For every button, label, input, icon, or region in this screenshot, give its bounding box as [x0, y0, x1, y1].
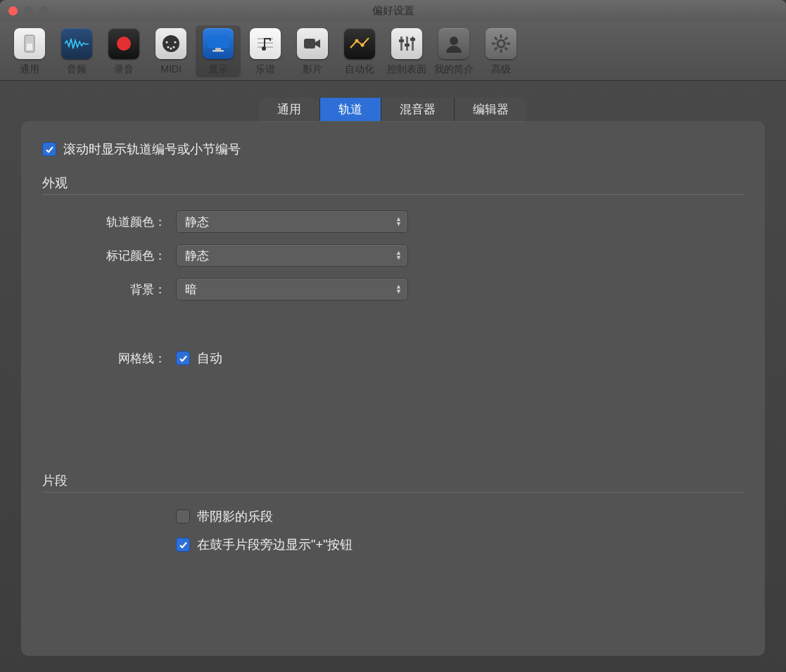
- toolbar-item-score[interactable]: 乐谱: [243, 25, 288, 77]
- toolbar-item-label: MIDI: [160, 63, 182, 75]
- svg-rect-19: [400, 37, 402, 51]
- window-title: 偏好设置: [0, 4, 786, 18]
- svg-line-34: [505, 37, 508, 40]
- gear-icon: [486, 28, 516, 59]
- toolbar-item-advanced[interactable]: 高级: [478, 25, 524, 77]
- chevron-up-down-icon: ▲▼: [395, 217, 402, 227]
- toolbar-item-profile[interactable]: 我的简介: [431, 25, 476, 77]
- tab-general[interactable]: 通用: [259, 98, 320, 121]
- preferences-window: 偏好设置 通用 音频 录音 MIDI: [0, 0, 786, 672]
- toolbar-item-label: 影片: [303, 63, 322, 76]
- scroll-shows-number-checkbox[interactable]: [42, 142, 56, 156]
- switch-icon: [14, 28, 45, 59]
- svg-point-17: [355, 39, 359, 43]
- svg-point-25: [450, 37, 458, 45]
- toolbar-item-display[interactable]: 显示: [196, 25, 241, 77]
- monitor-icon: [203, 28, 234, 59]
- svg-point-15: [262, 46, 266, 51]
- toolbar-item-surface[interactable]: 控制表面: [384, 25, 429, 77]
- waveform-icon: [61, 28, 92, 59]
- segment-section-title: 片段: [42, 472, 744, 489]
- automation-curve-icon: [344, 28, 375, 59]
- svg-rect-9: [208, 35, 229, 48]
- divider: [42, 194, 744, 195]
- toolbar-item-label: 录音: [114, 63, 134, 76]
- toolbar-item-midi[interactable]: MIDI: [148, 25, 194, 77]
- toolbar-item-video[interactable]: 影片: [290, 25, 335, 77]
- svg-point-7: [172, 46, 175, 48]
- shadowed-regions-label: 带阴影的乐段: [197, 508, 273, 525]
- svg-rect-23: [405, 44, 410, 46]
- svg-rect-22: [399, 39, 404, 42]
- track-color-select[interactable]: 静态 ▲▼: [176, 210, 408, 233]
- tab-mixer[interactable]: 混音器: [381, 98, 455, 121]
- toolbar-item-label: 音频: [67, 63, 87, 76]
- tracks-panel: 滚动时显示轨道编号或小节编号 外观 轨道颜色： 静态 ▲▼ 标记颜色： 静态 ▲…: [21, 121, 765, 656]
- titlebar: 偏好设置: [0, 0, 786, 21]
- svg-point-5: [174, 41, 176, 43]
- tab-tracks[interactable]: 轨道: [320, 98, 381, 121]
- svg-point-4: [165, 41, 167, 43]
- svg-rect-10: [215, 48, 221, 50]
- drummer-plus-checkbox[interactable]: [176, 538, 190, 552]
- appearance-section-title: 外观: [42, 175, 744, 191]
- toolbar-item-label: 高级: [491, 63, 511, 76]
- minimize-window-button[interactable]: [24, 6, 33, 15]
- toolbar-item-label: 显示: [208, 63, 228, 76]
- traffic-lights: [0, 6, 49, 15]
- close-window-button[interactable]: [8, 6, 18, 15]
- shadowed-regions-checkbox[interactable]: [176, 509, 190, 524]
- chevron-up-down-icon: ▲▼: [395, 251, 402, 260]
- toolbar-item-label: 自动化: [345, 63, 374, 76]
- track-color-value: 静态: [185, 214, 209, 230]
- track-color-label: 轨道颜色：: [42, 214, 176, 230]
- display-subtabs: 通用 轨道 混音器 编辑器: [0, 98, 786, 121]
- camera-icon: [297, 28, 328, 59]
- svg-rect-11: [213, 50, 224, 52]
- midi-port-icon: [156, 28, 186, 59]
- tab-editor[interactable]: 编辑器: [455, 98, 527, 121]
- svg-rect-16: [304, 39, 315, 49]
- svg-line-32: [505, 48, 508, 51]
- svg-line-31: [495, 37, 497, 40]
- preferences-toolbar: 通用 音频 录音 MIDI 显示: [0, 21, 786, 81]
- toolbar-item-record[interactable]: 录音: [101, 25, 146, 77]
- background-value: 暗: [185, 281, 197, 298]
- record-icon: [108, 28, 139, 59]
- background-label: 背景：: [42, 281, 176, 298]
- person-icon: [438, 28, 469, 59]
- music-note-icon: [250, 28, 281, 59]
- toolbar-item-label: 通用: [20, 63, 39, 76]
- svg-rect-24: [410, 38, 415, 41]
- drummer-plus-label: 在鼓手片段旁边显示"+"按钮: [197, 536, 353, 553]
- divider: [42, 492, 744, 493]
- toolbar-item-audio[interactable]: 音频: [54, 25, 99, 77]
- toolbar-item-label: 我的简介: [434, 63, 474, 76]
- svg-point-2: [117, 37, 131, 51]
- chevron-up-down-icon: ▲▼: [395, 284, 402, 294]
- toolbar-item-general[interactable]: 通用: [7, 25, 52, 77]
- faders-icon: [391, 28, 422, 59]
- svg-rect-1: [27, 44, 32, 50]
- scroll-shows-number-label: 滚动时显示轨道编号或小节编号: [63, 141, 241, 158]
- gridlines-auto-label: 自动: [197, 350, 222, 367]
- toolbar-item-label: 控制表面: [387, 63, 426, 76]
- svg-point-6: [167, 46, 169, 48]
- svg-line-33: [495, 48, 497, 51]
- gridlines-label: 网格线：: [42, 350, 176, 367]
- toolbar-item-label: 乐谱: [255, 63, 275, 76]
- svg-point-26: [497, 40, 505, 47]
- svg-point-8: [170, 47, 172, 49]
- marker-color-value: 静态: [185, 248, 209, 264]
- gridlines-auto-checkbox[interactable]: [176, 351, 190, 365]
- marker-color-select[interactable]: 静态 ▲▼: [176, 244, 408, 267]
- zoom-window-button[interactable]: [39, 6, 49, 15]
- svg-point-18: [361, 44, 365, 47]
- toolbar-item-automation[interactable]: 自动化: [337, 25, 382, 77]
- background-select[interactable]: 暗 ▲▼: [176, 278, 408, 300]
- marker-color-label: 标记颜色：: [42, 248, 176, 264]
